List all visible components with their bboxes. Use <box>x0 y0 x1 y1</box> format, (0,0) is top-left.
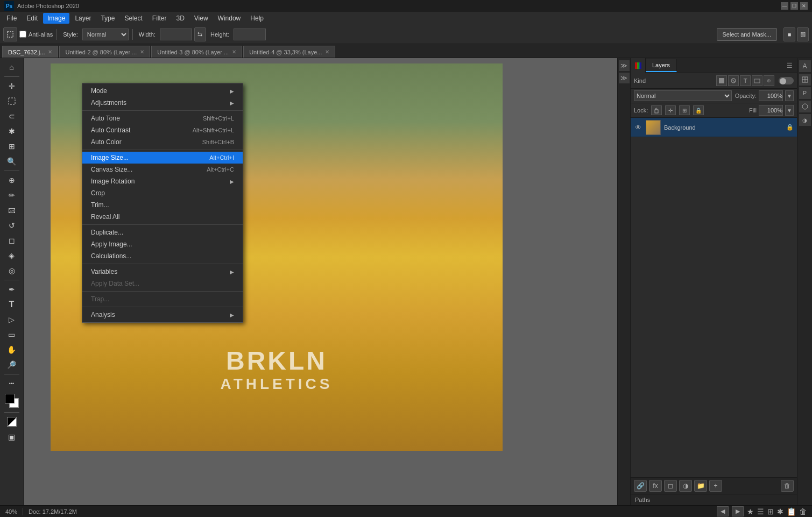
menu-help[interactable]: Help <box>246 13 268 24</box>
channels-panel-icon[interactable] <box>631 58 646 73</box>
panel-options-button[interactable]: ☰ <box>782 60 797 72</box>
status-layer-icon-1[interactable]: ★ <box>747 507 754 516</box>
fill-arrow-button[interactable]: ▼ <box>785 105 794 116</box>
menu-image[interactable]: Image <box>43 13 69 24</box>
tool-marquee[interactable] <box>3 94 21 108</box>
filter-adjust-icon[interactable] <box>728 75 739 86</box>
right-strip-icon-4[interactable] <box>799 101 811 112</box>
tool-dodge[interactable]: ◎ <box>3 264 21 278</box>
tool-lasso[interactable]: ⊂ <box>3 109 21 123</box>
menu-item-canvas-size[interactable]: Canvas Size... Alt+Ctrl+C <box>82 164 243 175</box>
fill-input[interactable] <box>759 105 783 116</box>
menu-item-image-rotation[interactable]: Image Rotation ▶ <box>82 175 243 187</box>
tool-crop[interactable]: ⊞ <box>3 139 21 153</box>
menu-item-auto-color[interactable]: Auto Color Shift+Ctrl+B <box>82 136 243 148</box>
status-layer-icon-5[interactable]: 📋 <box>787 507 796 516</box>
tool-pen[interactable]: ✒ <box>3 282 21 296</box>
filter-text-icon[interactable]: T <box>740 75 751 86</box>
window-controls[interactable]: — ❐ ✕ <box>781 2 808 10</box>
tool-text[interactable]: T <box>3 298 21 311</box>
status-bar-nav-next[interactable]: ▶ <box>732 506 744 516</box>
menu-type[interactable]: Type <box>96 13 119 24</box>
doc-tab-3-close[interactable]: ✕ <box>232 49 236 55</box>
filter-shape-icon[interactable] <box>752 75 762 86</box>
right-strip-icon-5[interactable]: ◑ <box>799 114 811 126</box>
tool-hand[interactable]: ✋ <box>3 343 21 357</box>
select-mask-button[interactable]: Select and Mask... <box>717 28 778 41</box>
new-layer-button[interactable]: + <box>709 480 722 492</box>
filter-toggle[interactable] <box>779 77 794 84</box>
style-select[interactable]: Normal Fixed Ratio Fixed Size <box>82 29 129 40</box>
menu-item-variables[interactable]: Variables ▶ <box>82 266 243 278</box>
menu-item-apply-image[interactable]: Apply Image... <box>82 238 243 250</box>
doc-tab-2-close[interactable]: ✕ <box>140 49 144 55</box>
menu-edit[interactable]: Edit <box>22 13 42 24</box>
right-strip-icon-2[interactable] <box>799 74 811 86</box>
doc-tab-1-close[interactable]: ✕ <box>48 49 52 55</box>
status-layer-icon-6[interactable]: 🗑 <box>799 507 807 516</box>
side-icon-collapse2[interactable]: ≫ <box>619 73 630 83</box>
lock-position-button[interactable]: ✛ <box>665 105 676 115</box>
right-strip-icon-1[interactable]: A <box>799 60 811 72</box>
anti-alias-checkbox[interactable]: Anti-alias <box>19 31 53 38</box>
tool-clone[interactable]: 🖂 <box>3 203 21 217</box>
status-layer-icon-3[interactable]: ⊞ <box>767 507 774 516</box>
add-mask-button[interactable]: ◻ <box>664 480 677 492</box>
tool-gradient[interactable]: ◈ <box>3 249 21 263</box>
tool-brush[interactable]: ✏ <box>3 188 21 202</box>
layer-item-background[interactable]: 👁 Background 🔒 <box>631 118 797 137</box>
right-strip-icon-3[interactable]: P <box>799 87 811 99</box>
menu-item-duplicate[interactable]: Duplicate... <box>82 226 243 238</box>
status-bar-nav-prev[interactable]: ◀ <box>717 506 729 516</box>
lock-all-button[interactable]: 🔒 <box>693 105 704 115</box>
opacity-arrow-button[interactable]: ▼ <box>785 90 794 101</box>
status-layer-icon-4[interactable]: ✱ <box>777 507 783 516</box>
filter-pixel-icon[interactable] <box>716 75 727 86</box>
menu-item-reveal-all[interactable]: Reveal All <box>82 211 243 223</box>
tool-home[interactable]: ⌂ <box>3 60 21 74</box>
menu-item-calculations[interactable]: Calculations... <box>82 250 243 262</box>
menu-item-analysis[interactable]: Analysis ▶ <box>82 309 243 321</box>
menu-item-adjustments[interactable]: Adjustments ▶ <box>82 97 243 109</box>
menu-filter[interactable]: Filter <box>148 13 171 24</box>
blend-mode-select[interactable]: Normal Multiply Screen <box>634 90 732 101</box>
tool-quick-select[interactable]: ✱ <box>3 124 21 138</box>
panel-toggle-btn[interactable]: ■ <box>783 27 795 41</box>
link-layers-button[interactable]: 🔗 <box>634 480 647 492</box>
menu-window[interactable]: Window <box>214 13 245 24</box>
toolbar-marquee[interactable] <box>3 27 17 41</box>
height-input[interactable] <box>234 29 266 40</box>
panel-tab-layers[interactable]: Layers <box>646 59 677 72</box>
menu-view[interactable]: View <box>190 13 213 24</box>
tool-eyedropper[interactable]: 🔍 <box>3 154 21 168</box>
width-input[interactable] <box>160 29 192 40</box>
tool-history[interactable]: ↺ <box>3 218 21 232</box>
tool-screen-mode[interactable]: ▣ <box>3 430 21 444</box>
tool-healing[interactable]: ⊕ <box>3 173 21 187</box>
menu-file[interactable]: File <box>2 13 21 24</box>
tool-path-select[interactable]: ▷ <box>3 313 21 327</box>
doc-tab-4[interactable]: Untitled-4 @ 33,3% (Laye... ✕ <box>243 46 335 58</box>
tool-quick-mask[interactable] <box>3 415 21 429</box>
menu-item-mode[interactable]: Mode ▶ <box>82 85 243 97</box>
menu-item-auto-contrast[interactable]: Auto Contrast Alt+Shift+Ctrl+L <box>82 124 243 136</box>
side-icon-collapse[interactable]: ≫ <box>619 60 630 71</box>
restore-button[interactable]: ❐ <box>790 2 798 10</box>
swap-dimensions-button[interactable]: ⇆ <box>194 27 206 41</box>
lock-artboard-button[interactable]: ⊞ <box>679 105 690 115</box>
delete-layer-button[interactable]: 🗑 <box>781 480 794 492</box>
status-layer-icon-2[interactable]: ☰ <box>757 507 764 516</box>
menu-3d[interactable]: 3D <box>172 13 188 24</box>
doc-tab-4-close[interactable]: ✕ <box>325 49 329 55</box>
new-adjustment-button[interactable]: ◑ <box>679 480 692 492</box>
tool-shape[interactable]: ▭ <box>3 328 21 342</box>
filter-smart-icon[interactable]: ⊕ <box>764 75 774 86</box>
tool-more[interactable]: ••• <box>3 377 21 391</box>
tool-eraser[interactable]: ◻ <box>3 233 21 247</box>
doc-tab-3[interactable]: Untitled-3 @ 80% (Layer ... ✕ <box>151 46 242 58</box>
tool-zoom[interactable]: 🔎 <box>3 358 21 372</box>
layer-visibility-icon[interactable]: 👁 <box>634 124 642 131</box>
add-style-button[interactable]: fx <box>649 480 662 492</box>
doc-tab-1[interactable]: DSC_7632.j... ✕ <box>2 46 58 58</box>
menu-item-crop[interactable]: Crop <box>82 187 243 199</box>
